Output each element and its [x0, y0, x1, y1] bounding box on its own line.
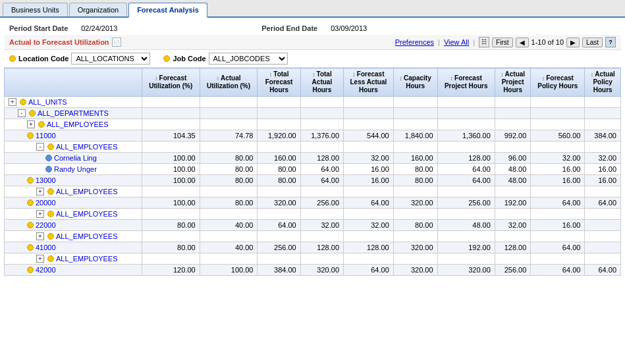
- data-cell: [200, 253, 258, 265]
- row-name-link[interactable]: ALL_EMPLOYEES: [56, 210, 118, 218]
- row-name-link[interactable]: 42000: [36, 266, 56, 274]
- expand-icon[interactable]: +: [36, 232, 44, 240]
- data-cell: [200, 142, 258, 153]
- data-cell: 64.00: [585, 265, 621, 276]
- col-header-actual-util[interactable]: ↕ActualUtilization (%): [200, 68, 258, 97]
- sort-icon-total-actual: ↕: [312, 71, 315, 78]
- row-name-link[interactable]: 22000: [36, 221, 56, 229]
- prev-button[interactable]: ◀: [516, 38, 529, 47]
- data-grid: ↕ForecastUtilization (%) ↕ActualUtilizat…: [4, 68, 621, 276]
- grid-icon[interactable]: ☷: [479, 37, 489, 47]
- data-cell: [531, 108, 585, 119]
- data-cell: 256.00: [300, 197, 343, 209]
- table-row: -ALL_DEPARTMENTS: [5, 108, 621, 119]
- collapse-icon[interactable]: -: [18, 109, 26, 117]
- preferences-link[interactable]: Preferences: [395, 38, 434, 46]
- jobcode-select[interactable]: ALL_JOBCODES: [209, 53, 288, 65]
- expand-icon[interactable]: +: [36, 255, 44, 263]
- sort-icon-forecast-util: ↕: [155, 75, 158, 82]
- data-cell: [258, 209, 300, 220]
- expand-icon[interactable]: +: [36, 210, 44, 218]
- collapse-icon[interactable]: -: [36, 143, 44, 151]
- row-circle-icon: [27, 199, 34, 206]
- row-circle-icon: [47, 233, 54, 240]
- row-name-link[interactable]: Randy Unger: [54, 165, 97, 173]
- data-cell: 192.00: [437, 242, 495, 253]
- data-cell: [200, 209, 258, 220]
- period-end-value: 03/09/2013: [331, 24, 367, 32]
- data-cell: [393, 97, 437, 108]
- data-cell: [258, 97, 300, 108]
- col-header-capacity[interactable]: ↕CapacityHours: [393, 68, 437, 97]
- data-cell: 384.00: [585, 130, 621, 142]
- row-name-link[interactable]: 11000: [36, 132, 56, 140]
- first-button[interactable]: First: [492, 38, 512, 47]
- data-cell: 64.00: [531, 265, 585, 276]
- tab-business-units[interactable]: Business Units: [3, 3, 68, 16]
- row-name-link[interactable]: ALL_EMPLOYEES: [56, 188, 118, 195]
- main-content: Period Start Date 02/24/2013 Period End …: [0, 18, 625, 276]
- data-cell: [200, 119, 258, 130]
- row-circle-icon: [27, 177, 34, 184]
- row-name-link[interactable]: ALL_UNITS: [28, 98, 67, 106]
- row-name-link[interactable]: 20000: [36, 199, 56, 207]
- row-circle-icon: [27, 267, 34, 273]
- col-header-total-actual[interactable]: ↕TotalActualHours: [300, 68, 343, 97]
- data-cell: [393, 142, 437, 153]
- col-header-actual-policy[interactable]: ↕ActualPolicyHours: [585, 68, 621, 97]
- data-cell: 128.00: [300, 153, 343, 164]
- toolbar-title: Actual to Forecast Utilization: [9, 38, 109, 46]
- data-cell: 48.00: [495, 175, 531, 186]
- data-cell: [495, 231, 531, 242]
- help-icon[interactable]: ?: [605, 37, 616, 47]
- row-name-link[interactable]: ALL_DEPARTMENTS: [38, 109, 109, 117]
- row-name-link[interactable]: ALL_EMPLOYEES: [47, 120, 109, 128]
- view-all-link[interactable]: View All: [444, 38, 469, 46]
- period-start-label: Period Start Date: [9, 24, 68, 32]
- table-row: Randy Unger100.0080.0080.0064.0016.0080.…: [5, 164, 621, 175]
- toolbar-page-icon[interactable]: 📄: [112, 38, 121, 47]
- row-name-link[interactable]: ALL_EMPLOYEES: [56, 255, 118, 263]
- row-name-link[interactable]: 13000: [36, 176, 56, 184]
- data-cell: 128.00: [495, 242, 531, 253]
- col-header-forecast-less[interactable]: ↕ForecastLess ActualHours: [344, 68, 394, 97]
- data-cell: [393, 231, 437, 242]
- col-header-actual-project[interactable]: ↕ActualProjectHours: [495, 68, 531, 97]
- row-name-link[interactable]: ALL_EMPLOYEES: [56, 143, 118, 151]
- expand-icon[interactable]: +: [9, 98, 16, 106]
- data-cell: 992.00: [495, 130, 531, 142]
- col-header-forecast-util[interactable]: ↕ForecastUtilization (%): [142, 68, 200, 97]
- data-cell: [200, 186, 258, 197]
- data-cell: [531, 97, 585, 108]
- data-cell: 104.35: [142, 130, 200, 142]
- data-cell: [495, 209, 531, 220]
- data-cell: [200, 231, 258, 242]
- location-select[interactable]: ALL_LOCATIONS: [71, 53, 150, 65]
- data-cell: [585, 242, 621, 253]
- data-cell: 16.00: [531, 175, 585, 186]
- tab-organization[interactable]: Organization: [69, 3, 127, 16]
- col-header-total-forecast[interactable]: ↕TotalForecastHours: [258, 68, 300, 97]
- tab-forecast-analysis[interactable]: Forecast Analysis: [128, 3, 207, 18]
- data-cell: [495, 142, 531, 153]
- data-cell: 40.00: [200, 220, 258, 231]
- last-button[interactable]: Last: [582, 38, 603, 47]
- row-name-link[interactable]: ALL_EMPLOYEES: [56, 232, 118, 240]
- expand-icon[interactable]: +: [27, 120, 35, 128]
- row-name-link[interactable]: 41000: [36, 244, 56, 251]
- row-name-link[interactable]: Cornelia Ling: [54, 154, 97, 162]
- data-cell: [437, 253, 495, 265]
- period-end-label: Period End Date: [261, 24, 317, 32]
- table-row: 4100080.0040.00256.00128.00128.00320.001…: [5, 242, 621, 253]
- data-cell: 64.00: [300, 175, 343, 186]
- table-row: 20000100.0080.00320.00256.0064.00320.002…: [5, 197, 621, 209]
- col-header-forecast-policy[interactable]: ↕ForecastPolicy Hours: [531, 68, 585, 97]
- expand-icon[interactable]: +: [36, 188, 44, 195]
- data-cell: 16.00: [585, 164, 621, 175]
- col-header-forecast-project[interactable]: ↕ForecastProject Hours: [437, 68, 495, 97]
- sort-icon-total-forecast: ↕: [269, 71, 273, 78]
- next-button[interactable]: ▶: [566, 38, 580, 47]
- data-cell: [300, 142, 343, 153]
- data-cell: [142, 108, 200, 119]
- data-cell: 32.00: [585, 153, 621, 164]
